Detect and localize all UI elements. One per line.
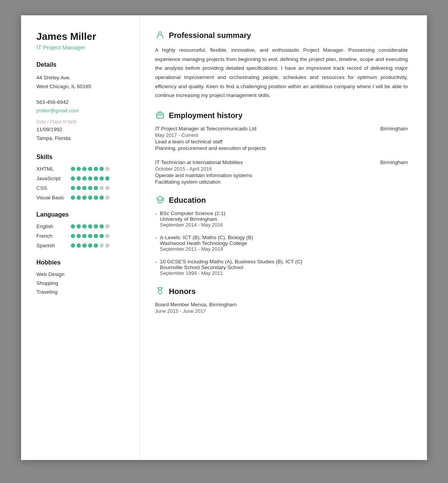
briefcase-icon: [155, 111, 165, 120]
dot-filled: [88, 167, 92, 171]
edu-content: A-Levels: ICT (B), Maths (C), Biology (B…: [160, 235, 253, 252]
job-header-row: IT Project Manager at Telecommunicado Lt…: [155, 126, 408, 131]
address-line1: 44 Shirley Ave.: [36, 74, 128, 82]
dot-filled: [105, 176, 110, 181]
right-column: Professional summary A highly resourcefu…: [140, 15, 427, 460]
education-title: Education: [169, 196, 206, 205]
skill-row: JavaScript: [36, 176, 128, 181]
edu-dash: -: [155, 259, 157, 276]
dot-filled: [88, 186, 92, 190]
education-list: -BSc Computer Science (2:1)University of…: [155, 210, 408, 276]
job-entry: IT Project Manager at Telecommunicado Lt…: [155, 126, 408, 151]
svg-point-0: [159, 32, 161, 34]
left-column: James Miller IT Project Manager Details …: [21, 15, 140, 460]
honor-title: Board Member Mensa, Birmingham: [155, 302, 408, 307]
resume-page: James Miller IT Project Manager Details …: [21, 15, 427, 460]
edu-dates: September 2011 - May 2014: [160, 246, 253, 252]
job-dates: May 2017 - Current: [155, 132, 408, 138]
hobby-item: Shopping: [36, 280, 128, 286]
honors-title: Honors: [169, 287, 196, 296]
dot-filled: [88, 196, 92, 200]
svg-point-4: [158, 290, 162, 294]
dot-filled: [100, 176, 104, 181]
language-dots: [71, 243, 110, 248]
dot-filled: [77, 176, 81, 181]
dob: 11/09/1992: [36, 125, 128, 134]
medal-icon: [155, 287, 165, 296]
dot-filled: [77, 224, 81, 228]
education-entry: -10 GCSE'S including Maths (A), Business…: [155, 259, 408, 276]
dot-filled: [88, 176, 92, 181]
dot-filled: [100, 167, 104, 171]
honors-list: Board Member Mensa, BirminghamJune 2015 …: [155, 302, 408, 314]
dot-empty: [105, 224, 110, 228]
edu-degree: 10 GCSE'S including Maths (A), Business …: [160, 259, 302, 264]
dot-filled: [71, 224, 75, 228]
phone: 563-458-6942: [36, 98, 128, 107]
languages-list: EnglishFrenchSpanish: [36, 223, 128, 248]
hobby-item: Traveling: [36, 289, 128, 295]
job-detail: Facilitating system utilization: [155, 179, 408, 185]
job-detail: Operate and maintain information systems: [155, 172, 408, 178]
dot-filled: [94, 196, 98, 200]
job-title-name: IT Project Manager at Telecommunicado Lt…: [155, 126, 256, 131]
edu-dash: -: [155, 211, 157, 228]
email[interactable]: jmiller@gmail.com: [36, 108, 78, 113]
honors-header: Honors: [155, 287, 408, 296]
dot-filled: [77, 196, 81, 200]
dot-filled: [82, 234, 87, 238]
dot-filled: [71, 196, 75, 200]
dot-filled: [77, 167, 81, 171]
dot-filled: [71, 167, 75, 171]
language-row: English: [36, 223, 128, 229]
edu-dash: -: [155, 235, 157, 252]
skill-dots: [71, 196, 110, 200]
hobby-item: Web Design: [36, 271, 128, 277]
education-header: Education: [155, 196, 408, 205]
language-row: Spanish: [36, 243, 128, 248]
job-location: Birmingham: [380, 159, 408, 165]
skill-row: Visual Basic: [36, 195, 128, 200]
dot-filled: [71, 186, 75, 190]
job-header-row: IT Technician at International Mobilites…: [155, 159, 408, 165]
edu-school: University of Birmingham: [160, 216, 226, 222]
dot-filled: [71, 234, 75, 238]
dot-filled: [82, 186, 87, 190]
summary-text: A highly resourceful, flexible, innovati…: [155, 46, 408, 100]
education-entry: -BSc Computer Science (2:1)University of…: [155, 210, 408, 228]
job-dates: October 2015 - April 2016: [155, 166, 408, 172]
language-dots: [71, 234, 110, 238]
edu-dates: September 1999 - May 2011: [160, 270, 302, 276]
edu-school: Bournville School Secondary School: [160, 264, 302, 270]
edu-degree: BSc Computer Science (2:1): [160, 210, 226, 216]
dot-filled: [94, 234, 98, 238]
skill-row: CSS: [36, 185, 128, 191]
dot-empty: [105, 234, 110, 238]
skill-name: JavaScript: [36, 176, 71, 181]
hobbies-list: Web DesignShoppingTraveling: [36, 271, 128, 295]
job-detail: Planning, procurement and execution of p…: [155, 145, 408, 151]
dot-filled: [94, 167, 98, 171]
dot-filled: [71, 243, 75, 248]
language-name: English: [36, 223, 71, 229]
summary-header: Professional summary: [155, 31, 408, 40]
languages-section-title: Languages: [36, 211, 128, 218]
candidate-title: IT Project Manager: [36, 44, 128, 51]
summary-title: Professional summary: [169, 31, 251, 40]
dot-filled: [94, 224, 98, 228]
dot-filled: [94, 176, 98, 181]
skill-name: CSS: [36, 185, 71, 191]
dot-filled: [88, 243, 92, 248]
honor-dates: June 2015 - June 2017: [155, 308, 408, 314]
dob-place: Tampa, Florida: [36, 134, 128, 143]
dob-label: Date / Place of birth: [36, 119, 128, 125]
edu-content: BSc Computer Science (2:1)University of …: [160, 210, 226, 228]
address-line2: West Chicago, IL 60185: [36, 82, 128, 91]
dot-filled: [82, 196, 87, 200]
employment-title: Employment history: [169, 111, 242, 120]
person-icon: [155, 31, 165, 40]
skill-name: XHTML: [36, 166, 71, 172]
language-dots: [71, 224, 110, 228]
skill-dots: [71, 186, 110, 190]
dot-filled: [100, 224, 104, 228]
